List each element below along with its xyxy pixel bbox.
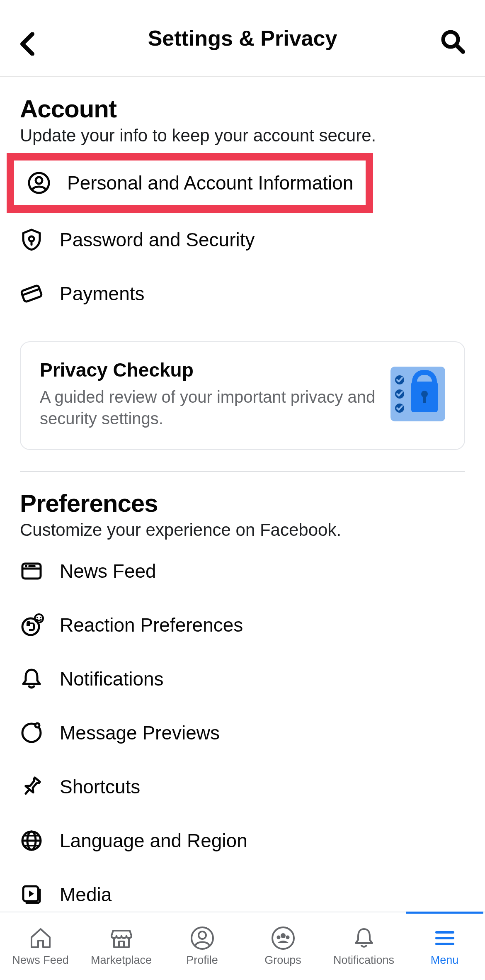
row-label: Password and Security — [60, 229, 255, 251]
svg-point-24 — [35, 723, 39, 727]
row-label: News Feed — [60, 560, 156, 582]
privacy-checkup-title: Privacy Checkup — [40, 359, 378, 381]
shield-icon — [20, 228, 43, 251]
profile-icon — [190, 926, 215, 951]
main-content: Account Update your info to keep your ac… — [0, 77, 485, 922]
account-subtitle: Update your info to keep your account se… — [20, 123, 465, 146]
message-icon — [20, 721, 43, 744]
tab-menu[interactable]: Menu — [404, 912, 485, 980]
svg-rect-11 — [423, 396, 426, 403]
home-icon — [28, 926, 53, 951]
search-button[interactable] — [440, 29, 465, 54]
row-payments[interactable]: Payments — [7, 267, 485, 321]
search-icon — [440, 29, 465, 54]
highlight-box: Personal and Account Information — [7, 153, 373, 213]
globe-icon — [20, 829, 43, 852]
svg-point-37 — [276, 936, 280, 939]
svg-point-21 — [36, 617, 38, 618]
bottom-tab-bar: News Feed Marketplace Profile Groups Not… — [0, 912, 485, 980]
tab-notifications[interactable]: Notifications — [323, 912, 404, 980]
tab-label: News Feed — [12, 954, 69, 967]
menu-icon — [432, 926, 457, 951]
row-message-previews[interactable]: Message Previews — [7, 706, 485, 760]
row-notifications[interactable]: Notifications — [7, 652, 485, 706]
row-label: Message Previews — [60, 722, 220, 744]
tab-news-feed[interactable]: News Feed — [0, 912, 81, 980]
account-section-header: Account Update your info to keep your ac… — [0, 77, 485, 150]
credit-card-icon — [20, 282, 43, 305]
svg-point-3 — [36, 177, 42, 184]
tab-profile[interactable]: Profile — [162, 912, 243, 980]
svg-point-38 — [286, 936, 289, 939]
tab-label: Menu — [431, 954, 459, 967]
person-circle-icon — [27, 171, 51, 195]
bell-icon — [352, 926, 376, 951]
svg-point-20 — [35, 614, 43, 623]
svg-point-34 — [199, 931, 206, 939]
row-language-region[interactable]: Language and Region — [7, 814, 485, 868]
account-title: Account — [20, 95, 465, 123]
preferences-title: Preferences — [20, 489, 465, 518]
privacy-checkup-card[interactable]: Privacy Checkup A guided review of your … — [20, 341, 465, 450]
svg-line-25 — [26, 789, 29, 794]
reaction-icon — [20, 613, 45, 637]
tab-label: Marketplace — [91, 954, 152, 967]
svg-point-22 — [40, 617, 41, 618]
row-label: Language and Region — [60, 829, 247, 852]
tab-marketplace[interactable]: Marketplace — [81, 912, 162, 980]
page-title: Settings & Privacy — [148, 26, 337, 51]
pin-icon — [20, 775, 43, 798]
privacy-checkup-illustration — [390, 367, 445, 421]
row-reaction-preferences[interactable]: Reaction Preferences — [7, 598, 485, 652]
preferences-subtitle: Customize your experience on Facebook. — [20, 518, 465, 540]
news-feed-icon — [20, 559, 43, 583]
row-label: Payments — [60, 282, 145, 305]
tab-label: Profile — [186, 954, 218, 967]
svg-marker-32 — [29, 890, 34, 897]
bell-icon — [20, 667, 43, 691]
svg-point-36 — [281, 933, 286, 938]
lock-checklist-icon — [390, 367, 445, 421]
tab-label: Notifications — [333, 954, 394, 967]
tab-groups[interactable]: Groups — [243, 912, 323, 980]
tab-label: Groups — [264, 954, 301, 967]
marketplace-icon — [109, 926, 134, 951]
row-shortcuts[interactable]: Shortcuts — [7, 760, 485, 814]
media-icon — [20, 883, 43, 906]
header: Settings & Privacy — [0, 0, 485, 77]
svg-point-17 — [25, 565, 27, 567]
svg-line-1 — [456, 45, 463, 52]
row-personal-account-info[interactable]: Personal and Account Information — [21, 165, 366, 201]
row-password-security[interactable]: Password and Security — [7, 213, 485, 267]
privacy-checkup-subtitle: A guided review of your important privac… — [40, 381, 378, 429]
chevron-left-icon — [20, 32, 35, 56]
groups-icon — [271, 926, 296, 951]
preferences-section-header: Preferences Customize your experience on… — [0, 472, 485, 544]
row-news-feed[interactable]: News Feed — [7, 544, 485, 598]
row-label: Personal and Account Information — [67, 172, 353, 194]
row-label: Reaction Preferences — [60, 614, 243, 636]
row-label: Shortcuts — [60, 776, 140, 798]
row-label: Media — [60, 883, 112, 906]
back-button[interactable] — [20, 32, 35, 56]
row-label: Notifications — [60, 668, 164, 690]
